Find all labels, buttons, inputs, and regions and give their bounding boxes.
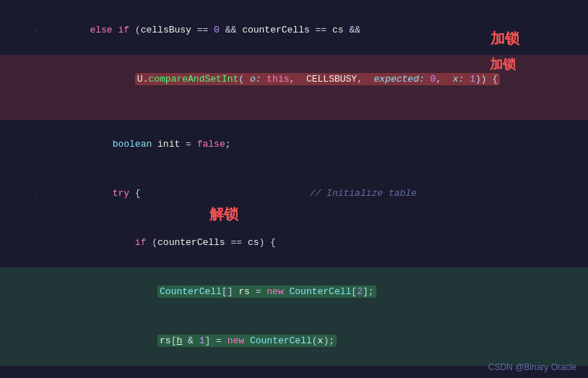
code-line-6: CounterCell[] rs = new CounterCell[2]; (0, 267, 588, 317)
var-countercells: counterCells (242, 25, 310, 35)
line-dots-2: · (29, 84, 42, 92)
annotation-lock: 加锁 (490, 56, 516, 72)
code-line-7: rs[h & 1] = new CounterCell(x); (0, 317, 588, 366)
param-expected-label: expected: (374, 74, 425, 85)
kw-CounterCell: CounterCell (160, 286, 222, 297)
line-content-7: rs[h & 1] = new CounterCell(x); (42, 317, 588, 366)
num-0: 0 (214, 25, 220, 35)
var-init: init (157, 139, 180, 150)
kw-if2: if (135, 237, 147, 248)
code-container: · else if (cellsBusy == 0 && counterCell… (0, 0, 588, 378)
line-content-5: if (counterCells == cs) { (42, 218, 588, 267)
kw-false: false (197, 139, 225, 150)
num-2: 2 (357, 286, 363, 297)
kw-new: new (267, 286, 283, 297)
code-line-2: · U.compareAndSetInt( o: this, CELLSBUSY… (0, 55, 588, 120)
highlight-compare-set-int: U.compareAndSetInt( o: this, CELLSBUSY, … (135, 73, 500, 85)
line-content-3: boolean init = false; (42, 120, 588, 169)
kw-CounterCell3: CounterCell (250, 335, 312, 346)
var-cellsbusy: cellsBusy (141, 25, 191, 35)
highlight-rs-assign: rs[h & 1] = new CounterCell(x); (157, 335, 337, 347)
kw-try: try (113, 188, 129, 199)
var-countercells2: counterCells (157, 237, 225, 248)
line-dots-1: · (29, 27, 42, 35)
annotation-lock-label: 加锁 (490, 29, 519, 48)
keyword-if: if (118, 25, 129, 35)
num-1b: 1 (199, 335, 205, 346)
line-dots-4: · (29, 190, 42, 198)
var-h: h (176, 335, 182, 346)
highlight-countercell-new: CounterCell[] rs = new CounterCell[2]; (157, 285, 376, 298)
kw-boolean: boolean (113, 139, 152, 150)
num-0b: 0 (431, 74, 436, 85)
comment-init-table: // Initialize table (310, 188, 417, 199)
fn-compareAndSetInt: compareAndSetInt (148, 74, 238, 85)
line-content-4: try { // Initialize table (42, 169, 588, 218)
param-x-label: x: (453, 74, 464, 85)
code-area: · else if (cellsBusy == 0 && counterCell… (0, 0, 588, 378)
var-rs: rs (238, 286, 250, 297)
annotation-unlock-label: 解锁 (209, 205, 238, 224)
var-CELLSBUSY: CELLSBUSY (301, 74, 357, 85)
code-line-3: boolean init = false; (0, 120, 588, 169)
kw-CounterCell2: CounterCell (290, 286, 352, 297)
kw-this: this (267, 74, 289, 85)
var-U: U (137, 74, 143, 85)
footer: CSDN @Binary Oracle (488, 362, 576, 372)
code-line-4: · try { // Initialize table (0, 169, 588, 218)
line-content-6: CounterCell[] rs = new CounterCell[2]; (42, 267, 588, 317)
kw-new2: new (228, 335, 244, 346)
code-line-5: if (counterCells == cs) { (0, 218, 588, 267)
var-cs2: cs (248, 237, 259, 248)
var-cs: cs (332, 25, 344, 35)
param-o-label: o: (250, 74, 261, 85)
var-rs2: rs (160, 335, 171, 346)
var-x: x (318, 335, 324, 346)
keyword-else: else (90, 25, 112, 35)
line-content-2: U.compareAndSetInt( o: this, CELLSBUSY, … (42, 55, 588, 120)
num-1: 1 (470, 74, 475, 85)
